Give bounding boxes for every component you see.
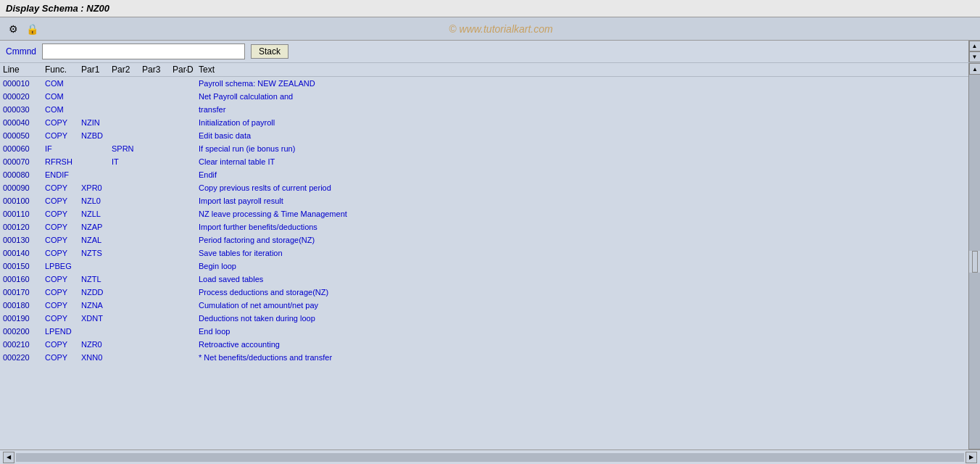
table-row[interactable]: 000080 ENDIF Endif <box>0 168 968 181</box>
cell-func: COPY <box>45 288 81 297</box>
stack-button[interactable]: Stack <box>251 44 288 59</box>
cell-text: * Net benefits/deductions and transfer <box>199 353 966 362</box>
cell-line: 000030 <box>3 105 45 114</box>
cell-line: 000170 <box>3 288 45 297</box>
bottom-bar: ◀ ▶ <box>0 450 980 464</box>
table-row[interactable]: 000210 COPY NZR0 Retroactive accounting <box>0 338 968 351</box>
cell-text: Copy previous reslts of current period <box>199 183 966 192</box>
cell-line: 000050 <box>3 131 45 140</box>
cell-func: COM <box>45 105 81 114</box>
cell-par1: NZAP <box>81 223 112 231</box>
table-row[interactable]: 000150 LPBEG Begin loop <box>0 260 968 273</box>
cell-par2: SPRN <box>112 144 142 153</box>
table-body: 000010 COM Payroll schema: NEW ZEALAND 0… <box>0 77 968 364</box>
cell-par1: NZTS <box>81 249 112 257</box>
cell-text: Endif <box>199 170 966 179</box>
command-input[interactable] <box>42 44 245 59</box>
cell-par1: XNN0 <box>81 353 112 362</box>
cell-text: Cumulation of net amount/net pay <box>199 301 966 310</box>
table-row[interactable]: 000170 COPY NZDD Process deductions and … <box>0 286 968 299</box>
cell-line: 000180 <box>3 301 45 310</box>
col-header-par1: Par1 <box>81 65 112 75</box>
cell-par1: NZNA <box>81 301 112 310</box>
cell-par1: NZIN <box>81 118 112 127</box>
table-row[interactable]: 000030 COM transfer <box>0 103 968 116</box>
table-row[interactable]: 000120 COPY NZAP Import further benefits… <box>0 220 968 233</box>
scroll-track-bottom <box>969 273 980 449</box>
cell-line: 000040 <box>3 118 45 127</box>
cell-func: COPY <box>45 196 81 205</box>
table-row[interactable]: 000110 COPY NZLL NZ leave processing & T… <box>0 207 968 220</box>
table-row[interactable]: 000020 COM Net Payroll calculation and <box>0 90 968 103</box>
watermark: © www.tutorialkart.com <box>43 23 958 35</box>
cell-text: Begin loop <box>199 262 966 270</box>
cell-line: 000110 <box>3 210 45 218</box>
cell-line: 000080 <box>3 170 45 179</box>
main-area: Line Func. Par1 Par2 Par3 Par4 D Text 00… <box>0 63 980 460</box>
title-text: Display Schema : NZ00 <box>6 3 109 14</box>
cell-func: COPY <box>45 210 81 218</box>
table-row[interactable]: 000160 COPY NZTL Load saved tables <box>0 273 968 286</box>
cell-text: Clear internal table IT <box>199 157 966 166</box>
cell-text: Payroll schema: NEW ZEALAND <box>199 79 966 88</box>
scroll-down-icon[interactable]: ▼ <box>969 51 981 62</box>
save-icon[interactable]: 🔒 <box>25 22 39 36</box>
cell-func: COPY <box>45 340 81 349</box>
cell-func: COPY <box>45 223 81 231</box>
cell-func: RFRSH <box>45 157 81 166</box>
cell-text: NZ leave processing & Time Management <box>199 210 966 218</box>
table-row[interactable]: 000180 COPY NZNA Cumulation of net amoun… <box>0 299 968 312</box>
scroll-left-btn[interactable]: ◀ <box>3 452 14 463</box>
content-area: Line Func. Par1 Par2 Par3 Par4 D Text 00… <box>0 63 968 460</box>
cell-func: COM <box>45 92 81 101</box>
command-bar: Cmmnd Stack ▲ ▼ <box>0 41 980 63</box>
cell-func: COPY <box>45 275 81 283</box>
col-header-par4: Par4 <box>173 65 187 75</box>
cell-func: COPY <box>45 236 81 244</box>
cell-line: 000150 <box>3 262 45 270</box>
cell-text: Edit basic data <box>199 131 966 140</box>
cell-func: LPBEG <box>45 262 81 270</box>
table-row[interactable]: 000190 COPY XDNT Deductions not taken du… <box>0 312 968 325</box>
scroll-up-icon[interactable]: ▲ <box>969 41 981 51</box>
cell-line: 000160 <box>3 275 45 283</box>
cell-text: Import last payroll result <box>199 196 966 205</box>
cell-text: Process deductions and storage(NZ) <box>199 288 966 297</box>
table-row[interactable]: 000040 COPY NZIN Initialization of payro… <box>0 116 968 129</box>
cell-func: LPEND <box>45 327 81 336</box>
col-header-d: D <box>187 65 199 75</box>
scroll-up-btn[interactable]: ▲ <box>969 63 980 75</box>
table-row[interactable]: 000010 COM Payroll schema: NEW ZEALAND <box>0 77 968 90</box>
settings-icon[interactable]: ⚙ <box>6 22 20 36</box>
cell-func: COPY <box>45 301 81 310</box>
cell-line: 000210 <box>3 340 45 349</box>
table-row[interactable]: 000100 COPY NZL0 Import last payroll res… <box>0 194 968 207</box>
bottom-scroll-track <box>16 453 964 462</box>
table-row[interactable]: 000090 COPY XPR0 Copy previous reslts of… <box>0 181 968 194</box>
table-row[interactable]: 000130 COPY NZAL Period factoring and st… <box>0 233 968 246</box>
cell-line: 000090 <box>3 183 45 192</box>
table-row[interactable]: 000220 COPY XNN0 * Net benefits/deductio… <box>0 351 968 364</box>
table-row[interactable]: 000070 RFRSH IT Clear internal table IT <box>0 155 968 168</box>
table-row[interactable]: 000200 LPEND End loop <box>0 325 968 338</box>
right-scrollbar[interactable]: ▲ ▼ <box>968 63 980 460</box>
cell-line: 000140 <box>3 249 45 257</box>
scroll-right-btn[interactable]: ▶ <box>966 452 977 463</box>
cell-line: 000070 <box>3 157 45 166</box>
table-row[interactable]: 000060 IF SPRN If special run (ie bonus … <box>0 142 968 155</box>
cell-text: End loop <box>199 327 966 336</box>
cell-par1: XPR0 <box>81 183 112 192</box>
cell-text: Deductions not taken during loop <box>199 314 966 323</box>
cell-text: If special run (ie bonus run) <box>199 144 966 153</box>
table-row[interactable]: 000140 COPY NZTS Save tables for iterati… <box>0 246 968 260</box>
cell-text: Initialization of payroll <box>199 118 966 127</box>
cell-line: 000120 <box>3 223 45 231</box>
cell-line: 000200 <box>3 327 45 336</box>
col-header-func: Func. <box>45 65 81 75</box>
cell-func: COPY <box>45 314 81 323</box>
cell-par1: NZBD <box>81 131 112 140</box>
scroll-resize-handle[interactable] <box>972 251 978 273</box>
table-row[interactable]: 000050 COPY NZBD Edit basic data <box>0 129 968 142</box>
col-header-line: Line <box>3 65 45 75</box>
cell-par2: IT <box>112 157 142 166</box>
